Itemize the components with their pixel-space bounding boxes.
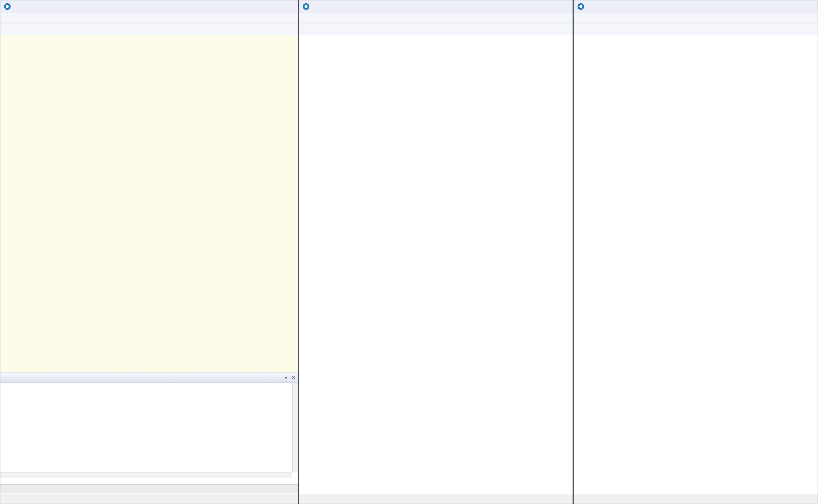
output-horizontal-scrollbar[interactable]: [0, 472, 292, 478]
menu-bar: [299, 13, 573, 24]
output-window: ▾ ✕: [0, 372, 298, 486]
titlebar-waveform[interactable]: [299, 0, 573, 13]
fft-plot-area[interactable]: [574, 35, 818, 494]
app-icon: [303, 3, 309, 10]
close-icon[interactable]: ✕: [292, 375, 296, 380]
toolbar: [299, 24, 573, 36]
titlebar-fft[interactable]: [574, 0, 818, 13]
output-window-text[interactable]: [0, 383, 292, 469]
menu-bar: [0, 13, 298, 24]
output-vertical-scrollbar[interactable]: [292, 383, 298, 472]
titlebar-schematic[interactable]: [0, 0, 298, 13]
fft-plot[interactable]: [574, 35, 818, 494]
app-icon: [4, 3, 11, 10]
window-fft: [574, 0, 818, 504]
status-bar-schematic: [0, 494, 298, 504]
status-bar-waveform: [299, 494, 573, 504]
tab-bar: [0, 484, 298, 493]
schematic-canvas[interactable]: [0, 35, 298, 372]
schematic-drawing[interactable]: [0, 237, 298, 372]
waveform-plot-area[interactable]: [299, 35, 573, 494]
waveform-plots[interactable]: [299, 35, 573, 494]
window-schematic: ▾ ✕: [0, 0, 298, 504]
toolbar: [0, 24, 298, 36]
toolbar: [574, 24, 818, 36]
output-window-header[interactable]: ▾ ✕: [0, 372, 298, 383]
menu-bar: [574, 13, 818, 24]
window-waveform: [299, 0, 573, 504]
status-bar-fft: [574, 494, 818, 504]
chevron-down-icon[interactable]: ▾: [285, 375, 288, 380]
app-icon: [578, 3, 584, 10]
